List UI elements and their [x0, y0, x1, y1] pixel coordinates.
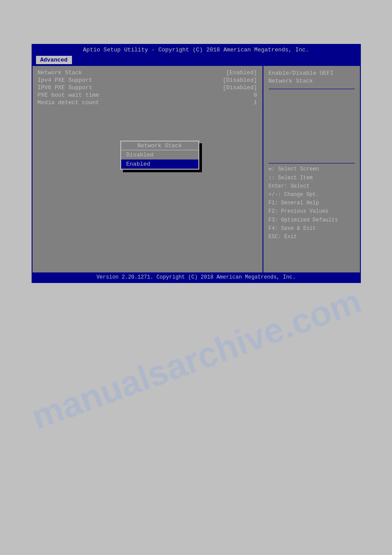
- main-content: Network Stack [Enabled] Ipv4 PXE Support…: [32, 65, 360, 272]
- value-ipv4: [Disabled]: [223, 77, 257, 83]
- popup-option-enabled[interactable]: Enabled: [121, 160, 198, 169]
- tab-bar: Advanced: [32, 55, 360, 65]
- key-change-opt: +/-: Change Opt.: [269, 191, 355, 199]
- right-panel: Enable/Disable UEFI Network Stack ⇄: Sel…: [263, 66, 360, 272]
- value-ipv6: [Disabled]: [223, 84, 257, 91]
- key-f1-help: F1: General Help: [269, 199, 355, 207]
- popup-option-disabled[interactable]: Disabled: [121, 150, 198, 160]
- title-bar: Aptio Setup Utility - Copyright (C) 2018…: [32, 45, 360, 55]
- settings-row-media-detect[interactable]: Media detect count 1: [38, 99, 257, 106]
- label-pxe-wait: PXE boot wait time: [38, 92, 99, 98]
- key-enter-select: Enter: Select: [269, 182, 355, 191]
- settings-row-network-stack[interactable]: Network Stack [Enabled]: [38, 69, 257, 76]
- help-text: Enable/Disable UEFI Network Stack: [269, 69, 355, 85]
- key-f2-prev: F2: Previous Values: [269, 207, 355, 216]
- label-media-detect: Media detect count: [38, 99, 99, 106]
- key-help-block: ⇄: Select Screen ↕: Select Item Enter: S…: [269, 165, 355, 241]
- value-network-stack: [Enabled]: [226, 69, 257, 76]
- label-ipv6: IPV6 PXE Support: [38, 84, 93, 91]
- value-media-detect: 1: [254, 99, 257, 106]
- label-network-stack: Network Stack: [38, 69, 82, 76]
- key-help-divider: [269, 163, 355, 163]
- popup-title: Network Stack: [121, 141, 198, 150]
- key-select-item: ↕: Select Item: [269, 174, 355, 182]
- footer-text: Version 2.20.1271. Copyright (C) 2018 Am…: [97, 274, 296, 280]
- label-ipv4: Ipv4 PXE Support: [38, 77, 93, 83]
- popup-overlay: Network Stack Disabled Enabled: [120, 141, 199, 170]
- popup-box[interactable]: Network Stack Disabled Enabled: [120, 141, 199, 170]
- settings-row-ipv4[interactable]: Ipv4 PXE Support [Disabled]: [38, 77, 257, 83]
- tab-advanced[interactable]: Advanced: [36, 56, 72, 64]
- settings-row-pxe-wait[interactable]: PXE boot wait time 0: [38, 92, 257, 98]
- value-pxe-wait: 0: [254, 92, 257, 98]
- key-select-screen: ⇄: Select Screen: [269, 165, 355, 174]
- key-f4-save: F4: Save & Exit: [269, 225, 355, 233]
- title-text: Aptio Setup Utility - Copyright (C) 2018…: [83, 47, 309, 53]
- key-f3-defaults: F3: Optimized Defaults: [269, 216, 355, 225]
- left-panel: Network Stack [Enabled] Ipv4 PXE Support…: [32, 66, 263, 272]
- settings-row-ipv6[interactable]: IPV6 PXE Support [Disabled]: [38, 84, 257, 91]
- footer: Version 2.20.1271. Copyright (C) 2018 Am…: [32, 272, 360, 282]
- right-panel-divider: [269, 89, 355, 89]
- bios-container: Aptio Setup Utility - Copyright (C) 2018…: [32, 44, 361, 283]
- key-esc-exit: ESC: Exit: [269, 233, 355, 241]
- watermark: manualsarchive.com: [26, 280, 366, 437]
